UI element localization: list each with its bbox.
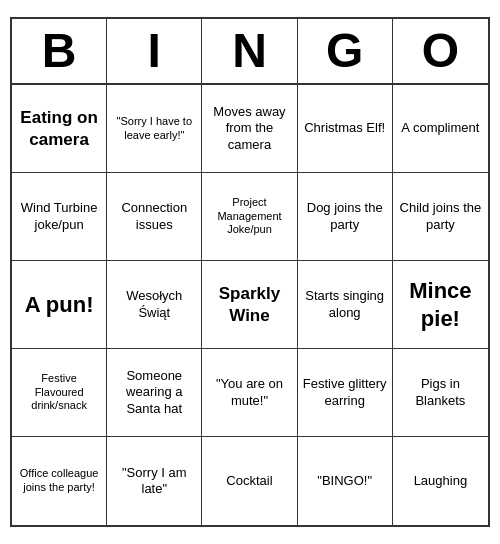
bingo-cell-0: Eating on camera: [12, 85, 107, 173]
bingo-grid: Eating on camera"Sorry I have to leave e…: [12, 85, 488, 525]
bingo-cell-18: Festive glittery earring: [298, 349, 393, 437]
bingo-letter-b: B: [12, 19, 107, 83]
bingo-cell-20: Office colleague joins the party!: [12, 437, 107, 525]
bingo-cell-5: Wind Turbine joke/pun: [12, 173, 107, 261]
bingo-cell-21: "Sorry I am late": [107, 437, 202, 525]
bingo-cell-4: A compliment: [393, 85, 488, 173]
bingo-cell-12: Sparkly Wine: [202, 261, 297, 349]
bingo-letter-i: I: [107, 19, 202, 83]
bingo-cell-2: Moves away from the camera: [202, 85, 297, 173]
bingo-cell-23: "BINGO!": [298, 437, 393, 525]
bingo-cell-11: Wesołych Świąt: [107, 261, 202, 349]
bingo-cell-15: Festive Flavoured drink/snack: [12, 349, 107, 437]
bingo-cell-8: Dog joins the party: [298, 173, 393, 261]
bingo-cell-16: Someone wearing a Santa hat: [107, 349, 202, 437]
bingo-cell-17: "You are on mute!": [202, 349, 297, 437]
bingo-cell-1: "Sorry I have to leave early!": [107, 85, 202, 173]
bingo-card: BINGO Eating on camera"Sorry I have to l…: [10, 17, 490, 527]
bingo-cell-10: A pun!: [12, 261, 107, 349]
bingo-letter-o: O: [393, 19, 488, 83]
bingo-header: BINGO: [12, 19, 488, 85]
bingo-cell-19: Pigs in Blankets: [393, 349, 488, 437]
bingo-cell-7: Project Management Joke/pun: [202, 173, 297, 261]
bingo-letter-g: G: [298, 19, 393, 83]
bingo-cell-6: Connection issues: [107, 173, 202, 261]
bingo-cell-3: Christmas Elf!: [298, 85, 393, 173]
bingo-cell-13: Starts singing along: [298, 261, 393, 349]
bingo-cell-14: Mince pie!: [393, 261, 488, 349]
bingo-letter-n: N: [202, 19, 297, 83]
bingo-cell-22: Cocktail: [202, 437, 297, 525]
bingo-cell-9: Child joins the party: [393, 173, 488, 261]
bingo-cell-24: Laughing: [393, 437, 488, 525]
